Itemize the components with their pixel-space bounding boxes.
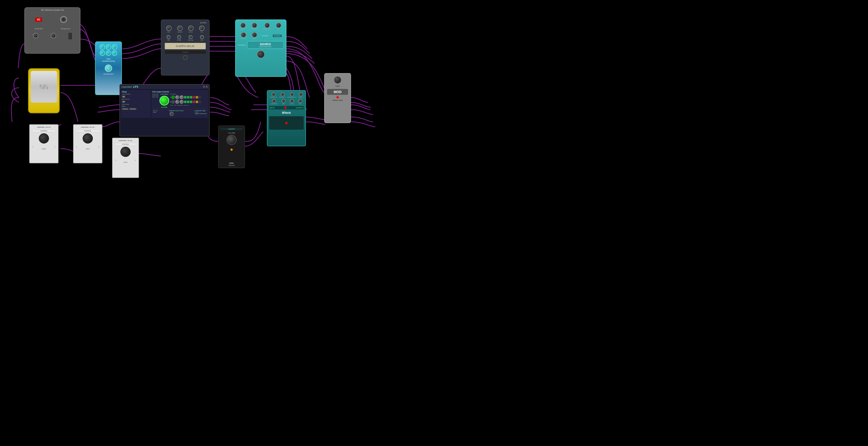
mverb-size-knob[interactable] — [282, 99, 285, 103]
lp3-track-label: Track — [170, 104, 173, 106]
shiroverb-earlytail-knob[interactable] — [265, 23, 270, 28]
lp3-track-1-btn-6[interactable] — [199, 96, 201, 98]
ctrl-cv-3-knob[interactable] — [120, 147, 131, 157]
gaffa-tapeage-knob[interactable] — [189, 35, 192, 39]
gaffa-crinkle-label: crinkle — [177, 39, 181, 41]
gaffa-bias-label: bias — [200, 39, 203, 41]
lp3-track-2-play[interactable] — [172, 100, 175, 103]
lp3-track-2-btn-1[interactable] — [184, 101, 186, 103]
mverb-decay-label: DECAY — [298, 97, 303, 98]
gaffa-brand: SHIRO — [200, 22, 207, 24]
ctrl-cv-1-knob[interactable] — [39, 133, 49, 144]
lp3-looper-pedal: Looperlative LP3 Setup Looper Number 01 … — [119, 84, 210, 136]
gaffa-drift-knob[interactable] — [166, 35, 170, 39]
shiroverb-earlytail-label: EARLY/TAIL — [263, 28, 271, 30]
lp3-track-2-btn-4[interactable] — [193, 101, 195, 103]
mverb-density-knob[interactable] — [281, 92, 284, 96]
lp3-track-2-btn-2[interactable] — [187, 101, 189, 103]
ctrl-cv-2-max-label: ► — [98, 146, 99, 148]
volume-pedal-knob[interactable] — [226, 135, 237, 145]
mverb-predelay-knob[interactable] — [272, 92, 275, 96]
ctrl-cv-3-max-label: ► — [135, 159, 136, 161]
shiroverb-tone-label: TONE — [252, 38, 257, 39]
floaty-footswitch[interactable] — [105, 65, 112, 72]
mverb-status-led — [285, 122, 287, 124]
floaty-knob-3[interactable] — [112, 44, 117, 50]
shiroverb-mix-knob[interactable] — [276, 23, 281, 28]
shiroverb-lowcut-knob[interactable] — [241, 32, 246, 37]
shiroverb-pedal: DECAY PREDELAY EARLY/TAIL MIX LOWCUT TON… — [235, 20, 286, 77]
lp3-track-2-btn-5[interactable] — [196, 101, 198, 103]
stereo-gain-knob[interactable] — [334, 76, 341, 84]
mverb-title: MVerb — [269, 111, 304, 115]
lp3-trigger-fn-label: Trigger Function undo — [194, 113, 207, 114]
decay-time-knob[interactable] — [33, 33, 38, 38]
lp3-play-button[interactable] — [159, 96, 169, 105]
lp3-track-1-btn-2[interactable] — [187, 96, 189, 98]
gaffa-bias-knob[interactable] — [200, 35, 204, 39]
lp3-play-stop-btn[interactable]: Play/Stop — [129, 108, 136, 110]
power-cut-title: the infamous power cut — [25, 8, 80, 12]
lp3-track-1-knob-2[interactable] — [180, 95, 184, 99]
lp3-track-1-btn-1[interactable] — [184, 96, 186, 98]
gaffa-time-knob[interactable] — [166, 26, 172, 31]
lp3-track-1-btn-4[interactable] — [193, 96, 195, 98]
lp3-loop-knob[interactable] — [169, 112, 174, 116]
mverb-output-label: OUTPUT — [296, 107, 303, 109]
lp3-minimized-label: Minimized Looper Controls — [169, 110, 184, 112]
floaty-knob-5[interactable] — [106, 51, 111, 56]
ctrl-cv-2-min-label: ◄ — [76, 146, 77, 148]
mverb-level-knob[interactable] — [290, 99, 294, 103]
gaffa-drift-label: drift — [167, 39, 169, 41]
floaty-knob-2[interactable] — [106, 44, 111, 50]
gaffa-repeats-label: repeats — [177, 31, 182, 33]
ctrl-cv-1-title: CONTROL TO CV — [31, 126, 57, 128]
lp3-header: Looperlative LP3 — [120, 85, 209, 89]
lp3-track-1-play[interactable] — [172, 96, 175, 99]
mverb-mix-knob[interactable] — [298, 99, 302, 103]
decay-curve-label: decay curve — [61, 28, 70, 30]
ctrl-cv-2-knob[interactable] — [83, 133, 93, 144]
mverb-damping-knob[interactable] — [272, 99, 276, 103]
lp3-track-2-knob-1[interactable] — [175, 100, 179, 104]
floaty-knob-4[interactable] — [100, 51, 105, 56]
shiroverb-roomsize-knob[interactable] — [257, 51, 265, 58]
decay-curve-knob[interactable] — [51, 33, 56, 38]
floaty-knob-6[interactable] — [112, 51, 117, 56]
gaffa-mix-knob[interactable] — [199, 26, 205, 31]
mverb-footswitch-area[interactable] — [269, 116, 304, 130]
lp3-track-1-knob-1[interactable] — [175, 95, 179, 99]
ctrl-cv-1-pedal: CONTROL TO CV CONTROL ◄ ► @MOD — [29, 124, 59, 163]
shiroverb-brand: SHIRO — [249, 42, 282, 46]
mverb-bandwidth-knob[interactable] — [290, 92, 294, 96]
gaffa-lowcut-knob[interactable] — [188, 26, 193, 31]
ctrl-cv-1-min-label: ◄ — [32, 146, 33, 148]
lp3-track-1-btn-5[interactable] — [196, 96, 198, 98]
lp3-track-2-btn-3[interactable] — [190, 101, 192, 103]
lp3-track-2-btn-6[interactable] — [199, 101, 201, 103]
stereo-gain-pedal: GAIN MOD Stereo Gain — [324, 73, 351, 123]
lp3-halfspeed-label: Half-speed — [177, 104, 183, 106]
lp3-track-1-btn-3[interactable] — [190, 96, 192, 98]
shiroverb-tone-knob[interactable] — [252, 32, 257, 37]
mverb-level-label: LEVEL — [289, 103, 294, 104]
lp3-track-2-knob-2[interactable] — [180, 100, 184, 104]
gaffa-delay-pedal: SHIRO time repeats lowcut mix drift crin… — [161, 20, 210, 75]
lp3-brand: Looperlative — [121, 86, 132, 88]
mverb-damping-label: DAMPING — [271, 103, 277, 104]
mverb-decay-knob[interactable] — [299, 92, 303, 96]
mverb-io-bar: INPUT OUTPUT — [269, 106, 304, 109]
power-button[interactable]: I/O — [35, 18, 42, 22]
lp3-setup-title: Setup — [122, 91, 149, 93]
lp3-port-status: Port Status — [170, 93, 207, 95]
ctrl-cv-3-min-label: ◄ — [115, 159, 116, 161]
lp3-redo-btn[interactable]: Rec/Dub — [122, 108, 128, 110]
lp3-after-rec-value: Async — [153, 112, 158, 113]
floaty-knob-1[interactable] — [100, 44, 105, 50]
shiroverb-decay-knob[interactable] — [240, 23, 246, 28]
gaffa-footswitch[interactable] — [183, 55, 188, 60]
lp3-track-1-num: 1 — [170, 97, 171, 98]
gaffa-repeats-knob[interactable] — [177, 26, 183, 31]
gaffa-crinkle-knob[interactable] — [177, 35, 181, 39]
shiroverb-predelay-knob[interactable] — [252, 23, 257, 28]
